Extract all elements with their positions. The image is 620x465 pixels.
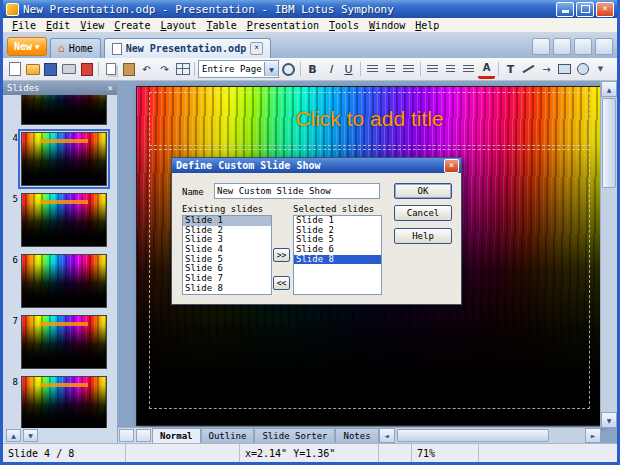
tab-document[interactable]: New Presentation.odp × (104, 38, 271, 58)
sidebar-toggle-icon[interactable] (595, 38, 613, 55)
indent-increase-icon[interactable] (460, 61, 477, 78)
redo-icon[interactable]: ↷ (156, 61, 173, 78)
menu-table[interactable]: Table (202, 20, 242, 31)
undo-icon[interactable]: ↶ (138, 61, 155, 78)
paste-icon[interactable] (120, 61, 137, 78)
menu-view[interactable]: View (75, 20, 109, 31)
bold-button[interactable]: B (304, 61, 321, 78)
menu-create[interactable]: Create (109, 20, 155, 31)
copy-icon[interactable] (102, 61, 119, 78)
tab-home[interactable]: ⌂ Home (50, 38, 101, 58)
tab-document-label: New Presentation.odp (126, 43, 246, 54)
panel-scroll-buttons: ▲ ▼ (3, 428, 117, 443)
thumbnail-image[interactable] (21, 254, 107, 308)
custom-show-name-input[interactable] (214, 183, 380, 199)
vertical-scrollbar[interactable]: ▲ ▼ (600, 81, 617, 428)
font-color-button[interactable]: A (478, 59, 495, 79)
scroll-up-icon[interactable]: ▲ (601, 81, 617, 97)
status-zoom-level[interactable]: 71% (412, 444, 479, 462)
menu-presentation[interactable]: Presentation (242, 20, 324, 31)
save-icon[interactable] (42, 61, 59, 78)
selected-slides-list[interactable]: Slide 1 Slide 2 Slide 5 Slide 6 Slide 8 (293, 215, 382, 295)
new-presentation-icon[interactable] (6, 61, 23, 78)
menu-file[interactable]: File (7, 20, 41, 31)
tab-normal[interactable]: Normal (152, 428, 201, 443)
tab-slide-sorter[interactable]: Slide Sorter (254, 428, 335, 443)
sorter-view-icon[interactable] (136, 429, 151, 442)
panel-close-icon[interactable]: × (108, 84, 113, 93)
zoom-combobox[interactable]: Entire Page ▼ (198, 60, 279, 78)
close-button[interactable]: × (596, 2, 614, 17)
menu-bar: File Edit View Create Layout Table Prese… (3, 18, 617, 33)
tab-close-icon[interactable]: × (250, 42, 263, 55)
text-tool-button[interactable]: T (502, 61, 519, 78)
thumbnail-slide-6[interactable]: 6 (7, 254, 113, 308)
minimize-button[interactable] (556, 2, 574, 17)
line-tool-icon[interactable] (520, 61, 537, 78)
normal-view-icon[interactable] (119, 429, 134, 442)
thumbnail-image[interactable] (21, 193, 107, 247)
dialog-close-icon[interactable]: × (444, 159, 459, 173)
thumbnail-slide-3[interactable] (7, 95, 113, 125)
new-button-label: New (14, 41, 32, 52)
bullet-list-icon[interactable] (424, 61, 441, 78)
tab-outline[interactable]: Outline (201, 428, 255, 443)
thumbnail-slide-4[interactable]: 4 (7, 132, 113, 186)
existing-slides-list[interactable]: Slide 1 Slide 2 Slide 3 Slide 4 Slide 5 … (182, 215, 272, 295)
scroll-down-icon[interactable]: ▼ (601, 412, 617, 428)
table-icon[interactable] (174, 61, 191, 78)
chevron-down-icon[interactable]: ▼ (264, 62, 278, 76)
more-tools-icon[interactable]: ▼ (592, 61, 609, 78)
horizontal-scroll-thumb[interactable] (397, 429, 549, 442)
dialog-titlebar[interactable]: Define Custom Slide Show × (172, 158, 461, 173)
open-icon[interactable] (24, 61, 41, 78)
thumbnail-image[interactable] (21, 95, 107, 125)
ok-button[interactable]: OK (394, 183, 452, 199)
document-icon (112, 43, 122, 55)
scroll-down-icon[interactable]: ▼ (23, 429, 38, 442)
thumbnail-image[interactable] (21, 315, 107, 369)
menu-layout[interactable]: Layout (155, 20, 201, 31)
tab-home-label: Home (69, 43, 93, 54)
new-button[interactable]: New ▼ (7, 37, 47, 56)
layout-single-icon[interactable] (532, 38, 550, 55)
thumbnail-slide-5[interactable]: 5 (7, 193, 113, 247)
numbered-list-icon[interactable] (442, 61, 459, 78)
list-item[interactable]: Slide 8 (294, 255, 381, 265)
zoom-icon[interactable] (280, 61, 297, 78)
thumbnail-image[interactable] (21, 132, 107, 186)
add-slide-button[interactable]: >> (273, 248, 290, 262)
tab-notes[interactable]: Notes (335, 428, 378, 443)
scroll-right-icon[interactable]: ► (585, 428, 601, 443)
horizontal-scrollbar[interactable]: ◄ ► (379, 428, 601, 443)
titlebar[interactable]: New Presentation.odp - Presentation - IB… (3, 0, 617, 18)
align-left-icon[interactable] (364, 61, 381, 78)
scroll-up-icon[interactable]: ▲ (6, 429, 21, 442)
cancel-button[interactable]: Cancel (394, 205, 452, 221)
list-item[interactable]: Slide 8 (183, 284, 271, 294)
rectangle-tool-icon[interactable] (556, 61, 573, 78)
thumbnail-image[interactable] (21, 376, 107, 428)
maximize-button[interactable] (576, 2, 594, 17)
layout-grid-icon[interactable] (574, 38, 592, 55)
arrow-tool-icon[interactable]: → (538, 61, 555, 78)
vertical-scroll-thumb[interactable] (602, 98, 616, 188)
align-right-icon[interactable] (400, 61, 417, 78)
slide-title-placeholder[interactable]: Click to add title (137, 107, 602, 131)
layout-split-icon[interactable] (553, 38, 571, 55)
print-icon[interactable] (60, 61, 77, 78)
align-center-icon[interactable] (382, 61, 399, 78)
menu-tools[interactable]: Tools (324, 20, 364, 31)
scroll-left-icon[interactable]: ◄ (379, 428, 395, 443)
thumbnail-slide-8[interactable]: 8 (7, 376, 113, 428)
help-button[interactable]: Help (394, 228, 452, 244)
thumbnail-slide-7[interactable]: 7 (7, 315, 113, 369)
underline-button[interactable]: U (340, 61, 357, 78)
menu-window[interactable]: Window (364, 20, 410, 31)
remove-slide-button[interactable]: << (273, 276, 290, 290)
menu-help[interactable]: Help (410, 20, 444, 31)
italic-button[interactable]: I (322, 61, 339, 78)
ellipse-tool-icon[interactable] (574, 61, 591, 78)
menu-edit[interactable]: Edit (41, 20, 75, 31)
export-pdf-icon[interactable] (78, 61, 95, 78)
